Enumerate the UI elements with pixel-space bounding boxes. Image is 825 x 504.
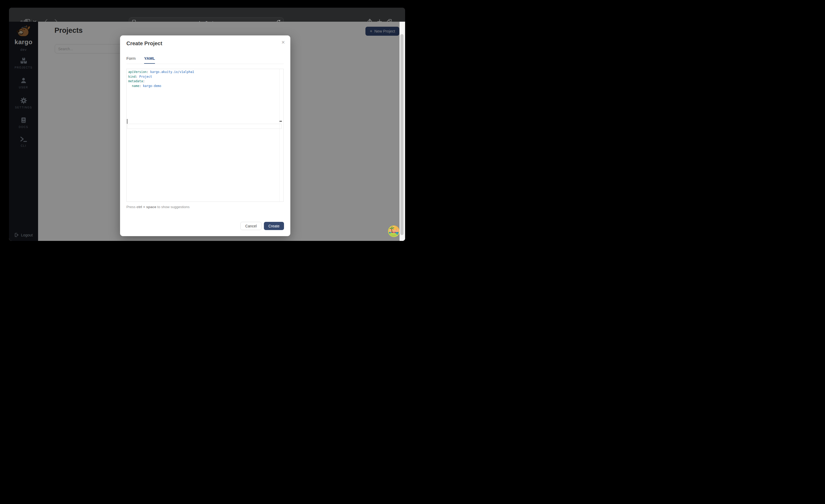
- yaml-value: kargo.akuity.io/v1alpha1: [148, 70, 194, 74]
- yaml-colon: :: [139, 84, 141, 88]
- page-scrollbar: [399, 22, 405, 241]
- cursor-position-marker: [280, 121, 282, 122]
- yaml-key: kind: [128, 75, 136, 79]
- hint-suffix: to show suggestions: [156, 205, 190, 209]
- yaml-key: metadata: [128, 79, 143, 83]
- yaml-key: apiVersion: [128, 70, 147, 74]
- yaml-line: apiVersion: kargo.akuity.io/v1alpha1: [127, 69, 284, 75]
- browser-window: localhost: [9, 8, 405, 241]
- modal-tabs: Form YAML: [126, 56, 155, 64]
- yaml-line: metadata:: [127, 79, 284, 84]
- tab-form[interactable]: Form: [126, 56, 136, 64]
- close-icon[interactable]: ✕: [281, 40, 285, 45]
- browser-toolbar: localhost: [9, 8, 405, 22]
- yaml-indent: [128, 84, 132, 88]
- tabs-divider: [126, 64, 284, 64]
- editor-hint: Press ctrl + space to show suggestions: [126, 205, 190, 209]
- yaml-colon: :: [143, 79, 145, 83]
- text-cursor: [127, 119, 128, 124]
- island-badge[interactable]: [388, 225, 400, 237]
- yaml-key: name: [132, 84, 139, 88]
- tab-yaml[interactable]: YAML: [144, 56, 155, 64]
- yaml-line: kind: Project: [127, 75, 284, 79]
- modal-actions: Cancel Create: [240, 222, 284, 230]
- create-button[interactable]: Create: [264, 222, 284, 230]
- yaml-editor[interactable]: apiVersion: kargo.akuity.io/v1alpha1 kin…: [126, 69, 284, 202]
- hint-prefix: Press: [126, 205, 137, 209]
- hint-shortcut: ctrl + space: [137, 205, 156, 209]
- editor-scroll-lane-divider: [279, 69, 280, 202]
- yaml-colon: :: [136, 75, 138, 79]
- create-project-modal: Create Project ✕ Form YAML apiVersion: k…: [120, 35, 290, 236]
- modal-title: Create Project: [126, 41, 162, 47]
- yaml-line: name: kargo-demo: [127, 84, 284, 89]
- active-line-outline: [127, 124, 282, 129]
- scrollbar-thumb[interactable]: [400, 34, 403, 235]
- yaml-value: Project: [138, 75, 152, 79]
- yaml-value: kargo-demo: [141, 84, 161, 88]
- tropical-island-icon: [388, 225, 400, 237]
- cancel-button[interactable]: Cancel: [240, 222, 261, 230]
